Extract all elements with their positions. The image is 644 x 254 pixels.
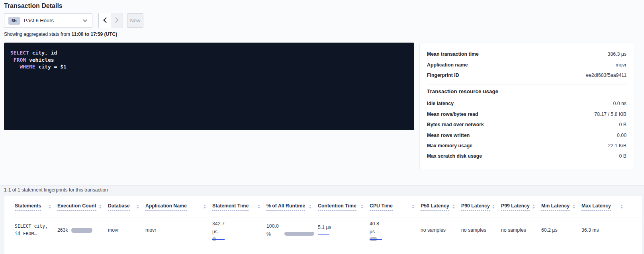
sql-line: SELECT city, id xyxy=(10,49,408,57)
column-header-statements[interactable]: Statements xyxy=(15,203,57,211)
stat-row: Idle latency0.0 ns xyxy=(427,98,626,109)
stat-value: 386.3 µs xyxy=(608,51,626,57)
execution-count-value: 263k xyxy=(57,227,68,233)
column-header-label: % of All Runtime xyxy=(266,203,305,211)
stat-value: 0 B xyxy=(619,153,626,159)
now-button[interactable]: Now xyxy=(127,13,143,28)
sql-line: FROM vehicles xyxy=(10,57,408,64)
column-header-execution-count[interactable]: Execution Count xyxy=(57,203,108,211)
sort-icon xyxy=(49,205,51,209)
column-header-cpu-time[interactable]: CPU Time xyxy=(370,203,421,211)
sql-line: WHERE city = $1 xyxy=(10,63,408,70)
p50-latency-value: no samples xyxy=(421,227,446,233)
sort-icon xyxy=(309,205,311,209)
statement-time-bar xyxy=(212,237,266,241)
time-range-dropdown[interactable]: 6h Past 6 Hours xyxy=(4,13,92,28)
column-header-label: Contention Time xyxy=(318,203,356,211)
cpu-time-cell: 40.8 µs xyxy=(370,220,421,241)
sql-statement-card: SELECT city, id FROM vehicles WHERE city… xyxy=(4,43,414,130)
table-header-row: StatementsExecution CountDatabaseApplica… xyxy=(11,196,642,217)
stats-caption-range: 11:00 to 17:59 (UTC) xyxy=(71,31,117,37)
statements-table: StatementsExecution CountDatabaseApplica… xyxy=(4,196,642,254)
p99-latency-cell: no samples xyxy=(501,227,541,233)
fingerprints-caption: 1-1 of 1 statement fingerprints for this… xyxy=(4,187,108,193)
column-header-label: P50 Latency xyxy=(421,203,449,211)
statements-table-inner: StatementsExecution CountDatabaseApplica… xyxy=(11,196,642,243)
stat-label: Mean transaction time xyxy=(427,51,479,57)
column-header-label: P99 Latency xyxy=(501,203,530,211)
column-header-p50-latency[interactable]: P50 Latency xyxy=(421,203,461,211)
stats-caption-prefix: Showing aggregated stats from xyxy=(4,31,70,37)
column-header-database[interactable]: Database xyxy=(108,203,145,211)
stat-row: Bytes read over network0 B xyxy=(427,119,626,130)
time-controls: 6h Past 6 Hours Now xyxy=(4,13,143,28)
column-header-statement-time[interactable]: Statement Time xyxy=(212,203,266,211)
stat-label: Max scratch disk usage xyxy=(427,153,482,159)
cpu-time-unit: µs xyxy=(370,228,421,236)
column-header-contention-time[interactable]: Contention Time xyxy=(318,203,370,211)
stat-row: Application namemovr xyxy=(427,59,626,70)
transaction-details-panel: Mean transaction time386.3 µsApplication… xyxy=(419,43,634,170)
pct-runtime-cell: 100.0 % xyxy=(266,222,318,238)
top-section: Transaction Details 6h Past 6 Hours xyxy=(0,0,644,186)
pct-runtime-value: 100.0 % xyxy=(266,222,279,238)
sort-icon xyxy=(204,205,206,209)
column-header-application-name[interactable]: Application Name xyxy=(145,203,212,211)
stat-value: 0.00 xyxy=(617,133,626,138)
column-header-label: P90 Latency xyxy=(461,203,490,211)
next-range-button[interactable] xyxy=(111,13,123,28)
min-latency-cell: 60.2 µs xyxy=(541,227,581,233)
cpu-time-value: 40.8 µs xyxy=(370,220,421,236)
stat-row: Max memory usage22.1 KiB xyxy=(427,141,626,151)
column-header-label: Database xyxy=(108,203,130,211)
min-latency-value: 60.2 µs xyxy=(541,227,558,233)
column-header-p99-latency[interactable]: P99 Latency xyxy=(501,203,541,211)
p90-latency-cell: no samples xyxy=(461,227,501,233)
sort-icon xyxy=(532,205,535,209)
sort-icon xyxy=(412,205,414,209)
range-arrow-group xyxy=(98,13,123,28)
max-latency-value: 36.3 ms xyxy=(581,227,599,233)
sql-code: SELECT city, id FROM vehicles WHERE city… xyxy=(10,49,408,70)
sort-icon xyxy=(137,205,139,209)
contention-time-value: 5.1 µs xyxy=(318,225,370,230)
stat-value: ee2df683f5aa9411 xyxy=(586,72,626,78)
cpu-time-bar xyxy=(370,237,421,241)
pct-runtime-number: 100.0 xyxy=(266,222,279,230)
database-value: movr xyxy=(108,227,119,233)
pct-runtime-unit: % xyxy=(266,230,279,238)
statement-time-cell: 342.7 µs xyxy=(212,220,266,241)
stat-label: Fingerprint ID xyxy=(427,72,459,78)
page-title: Transaction Details xyxy=(4,2,63,10)
statement-fingerprint-link[interactable]: SELECT city, id FROM… xyxy=(15,223,57,238)
contention-time-cell: 5.1 µs xyxy=(318,225,370,236)
sort-icon xyxy=(361,205,363,209)
p90-latency-value: no samples xyxy=(461,227,486,233)
stat-value: 78.17 / 5.8 KiB xyxy=(594,111,626,117)
stat-row: Max scratch disk usage0 B xyxy=(427,151,626,161)
stat-value: 0 B xyxy=(619,122,626,127)
time-range-badge: 6h xyxy=(8,17,20,25)
statement-line-2: id FROM… xyxy=(15,230,57,238)
summary-stats: Mean transaction time386.3 µsApplication… xyxy=(427,49,626,80)
panel-divider xyxy=(427,84,626,84)
resource-usage-stats: Idle latency0.0 nsMean rows/bytes read78… xyxy=(427,98,626,161)
execution-count-cell: 263k xyxy=(57,227,108,233)
column-header-p90-latency[interactable]: P90 Latency xyxy=(461,203,501,211)
statement-time-number: 342.7 xyxy=(212,220,266,228)
chevron-right-icon xyxy=(115,17,119,24)
column-header-of-all-runtime[interactable]: % of All Runtime xyxy=(266,203,318,211)
stat-label: Mean rows/bytes read xyxy=(427,111,478,117)
time-range-label: Past 6 Hours xyxy=(24,18,54,23)
column-header-min-latency[interactable]: Min Latency xyxy=(541,203,581,211)
stat-row: Mean rows/bytes read78.17 / 5.8 KiB xyxy=(427,109,626,119)
stat-value: movr xyxy=(616,62,626,68)
chevron-down-icon xyxy=(83,19,87,22)
sort-icon xyxy=(573,205,575,209)
p50-latency-cell: no samples xyxy=(421,227,461,233)
column-header-max-latency[interactable]: Max Latency xyxy=(581,203,629,211)
sort-icon xyxy=(492,205,495,209)
previous-range-button[interactable] xyxy=(99,13,111,28)
stat-label: Bytes read over network xyxy=(427,122,484,127)
application-name-cell: movr xyxy=(145,227,212,233)
